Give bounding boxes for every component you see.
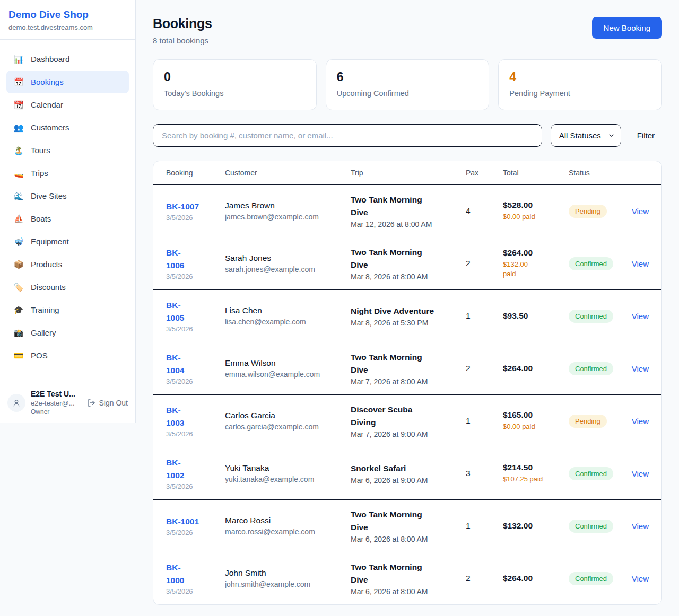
main-content: Bookings 8 total bookings New Booking 0 … bbox=[136, 0, 679, 605]
table-row: BK-1001 3/5/2026 Marco Rossi marco.rossi… bbox=[153, 499, 661, 552]
booking-id-link[interactable]: BK-1003 bbox=[166, 404, 190, 429]
total-amount: $528.00 bbox=[503, 200, 569, 210]
sidebar-item-products[interactable]: 📦 Products bbox=[6, 253, 129, 276]
sidebar-nav: 📊 Dashboard 📅 Bookings 📆 Calendar 👥 Cust… bbox=[0, 40, 135, 372]
view-link[interactable]: View bbox=[632, 417, 649, 426]
sidebar-item-label: Bookings bbox=[31, 77, 64, 86]
view-link[interactable]: View bbox=[632, 364, 649, 373]
sidebar-item-training[interactable]: 🎓 Training bbox=[6, 298, 129, 321]
shop-domain: demo.test.divestreams.com bbox=[8, 23, 127, 31]
sidebar-item-discounts[interactable]: 🏷️ Discounts bbox=[6, 276, 129, 298]
trip-cell: Snorkel Safari Mar 6, 2026 at 9:00 AM bbox=[351, 462, 466, 485]
new-booking-button[interactable]: New Booking bbox=[592, 17, 662, 39]
trip-name: Two Tank Morning Dive bbox=[351, 351, 429, 376]
pax-count: 1 bbox=[466, 416, 503, 426]
total-cell: $165.00 $0.00 paid bbox=[503, 410, 569, 432]
column-header-trip: Trip bbox=[351, 169, 466, 177]
sidebar-item-boats[interactable]: ⛵ Boats bbox=[6, 207, 129, 230]
sidebar-item-pos[interactable]: 💳 POS bbox=[6, 344, 129, 367]
sidebar-item-gallery[interactable]: 📸 Gallery bbox=[6, 321, 129, 344]
status-cell: Confirmed bbox=[569, 310, 630, 323]
booking-id-link[interactable]: BK-1000 bbox=[166, 561, 190, 586]
products-icon: 📦 bbox=[13, 260, 24, 269]
customer-name: Emma Wilson bbox=[225, 358, 351, 368]
total-amount: $214.50 bbox=[503, 463, 569, 472]
trip-datetime: Mar 6, 2026 at 8:00 AM bbox=[351, 587, 466, 596]
status-cell: Confirmed bbox=[569, 520, 630, 533]
total-cell: $214.50 $107.25 paid bbox=[503, 463, 569, 484]
filter-button[interactable]: Filter bbox=[630, 131, 662, 140]
sidebar-item-label: Calendar bbox=[31, 100, 63, 109]
dive-sites-icon: 🌊 bbox=[13, 191, 24, 201]
booking-date: 3/5/2026 bbox=[166, 377, 225, 385]
trip-cell: Two Tank Morning Dive Mar 6, 2026 at 8:0… bbox=[351, 561, 466, 596]
sidebar-item-trips[interactable]: 🚤 Trips bbox=[6, 162, 129, 184]
booking-id-link[interactable]: BK-1004 bbox=[166, 351, 190, 376]
sidebar-item-calendar[interactable]: 📆 Calendar bbox=[6, 93, 129, 116]
view-link[interactable]: View bbox=[632, 207, 649, 216]
customer-cell: Lisa Chen lisa.chen@example.com bbox=[225, 306, 351, 326]
sidebar-item-tours[interactable]: 🏝️ Tours bbox=[6, 139, 129, 162]
total-cell: $132.00 bbox=[503, 521, 569, 531]
view-link[interactable]: View bbox=[632, 259, 649, 268]
sidebar-item-bookings[interactable]: 📅 Bookings bbox=[6, 71, 129, 93]
stat-card-upcoming-confirmed: 6 Upcoming Confirmed bbox=[326, 59, 490, 110]
total-bookings-count: 8 total bookings bbox=[153, 36, 212, 45]
dashboard-icon: 📊 bbox=[13, 55, 24, 64]
booking-date: 3/5/2026 bbox=[166, 529, 225, 536]
customer-cell: John Smith john.smith@example.com bbox=[225, 568, 351, 588]
trip-datetime: Mar 7, 2026 at 8:00 AM bbox=[351, 377, 466, 386]
page-title: Bookings bbox=[153, 16, 212, 31]
booking-cell: BK-1005 3/5/2026 bbox=[166, 299, 225, 333]
status-select[interactable]: All Statuses bbox=[551, 124, 621, 147]
status-cell: Confirmed bbox=[569, 257, 630, 270]
booking-id-link[interactable]: BK-1007 bbox=[166, 200, 199, 213]
boats-icon: ⛵ bbox=[13, 214, 24, 224]
total-cell: $264.00 bbox=[503, 364, 569, 373]
customer-email: carlos.garcia@example.com bbox=[225, 423, 351, 431]
sidebar-item-customers[interactable]: 👥 Customers bbox=[6, 116, 129, 139]
sidebar-item-dashboard[interactable]: 📊 Dashboard bbox=[6, 48, 129, 71]
column-header-customer: Customer bbox=[225, 169, 351, 177]
paid-amount: $107.25 paid bbox=[503, 474, 543, 484]
status-badge: Pending bbox=[569, 205, 607, 218]
trip-datetime: Mar 8, 2026 at 8:00 AM bbox=[351, 272, 466, 281]
booking-cell: BK-1003 3/5/2026 bbox=[166, 404, 225, 438]
paid-amount: $132.00 paid bbox=[503, 260, 536, 279]
stat-label: Pending Payment bbox=[509, 89, 651, 98]
calendar-icon: 📆 bbox=[13, 100, 24, 110]
sidebar-item-label: Training bbox=[31, 305, 59, 314]
view-link[interactable]: View bbox=[632, 469, 649, 478]
pax-count: 2 bbox=[466, 259, 503, 268]
total-cell: $264.00 $132.00 paid bbox=[503, 248, 569, 279]
customer-email: john.smith@example.com bbox=[225, 580, 351, 588]
view-link[interactable]: View bbox=[632, 574, 649, 583]
search-input[interactable] bbox=[153, 124, 542, 147]
sidebar-item-equipment[interactable]: 🤿 Equipment bbox=[6, 230, 129, 253]
table-row: BK-1004 3/5/2026 Emma Wilson emma.wilson… bbox=[153, 342, 661, 394]
sign-out-button[interactable]: Sign Out bbox=[87, 399, 128, 407]
customer-email: emma.wilson@example.com bbox=[225, 370, 351, 379]
booking-id-link[interactable]: BK-1006 bbox=[166, 247, 190, 271]
booking-id-link[interactable]: BK-1001 bbox=[166, 515, 199, 527]
status-badge: Confirmed bbox=[569, 310, 613, 323]
view-link[interactable]: View bbox=[632, 312, 649, 321]
booking-date: 3/5/2026 bbox=[166, 482, 225, 490]
trip-datetime: Mar 8, 2026 at 5:30 PM bbox=[351, 319, 466, 327]
table-row: BK-1003 3/5/2026 Carlos Garcia carlos.ga… bbox=[153, 394, 661, 447]
tours-icon: 🏝️ bbox=[13, 146, 24, 155]
discounts-icon: 🏷️ bbox=[13, 283, 24, 292]
booking-date: 3/5/2026 bbox=[166, 272, 225, 280]
view-link[interactable]: View bbox=[632, 522, 649, 531]
sidebar-item-label: Products bbox=[31, 260, 62, 269]
sidebar-item-dive-sites[interactable]: 🌊 Dive Sites bbox=[6, 184, 129, 207]
booking-id-link[interactable]: BK-1005 bbox=[166, 299, 190, 324]
booking-id-link[interactable]: BK-1002 bbox=[166, 456, 190, 481]
shop-name-link[interactable]: Demo Dive Shop bbox=[8, 9, 127, 21]
trip-name: Two Tank Morning Dive bbox=[351, 508, 429, 533]
sidebar-item-label: Dashboard bbox=[31, 55, 69, 64]
stat-label: Today's Bookings bbox=[164, 89, 306, 98]
stat-card-pending-payment: 4 Pending Payment bbox=[498, 59, 662, 110]
status-badge: Confirmed bbox=[569, 467, 613, 480]
gallery-icon: 📸 bbox=[13, 328, 24, 338]
